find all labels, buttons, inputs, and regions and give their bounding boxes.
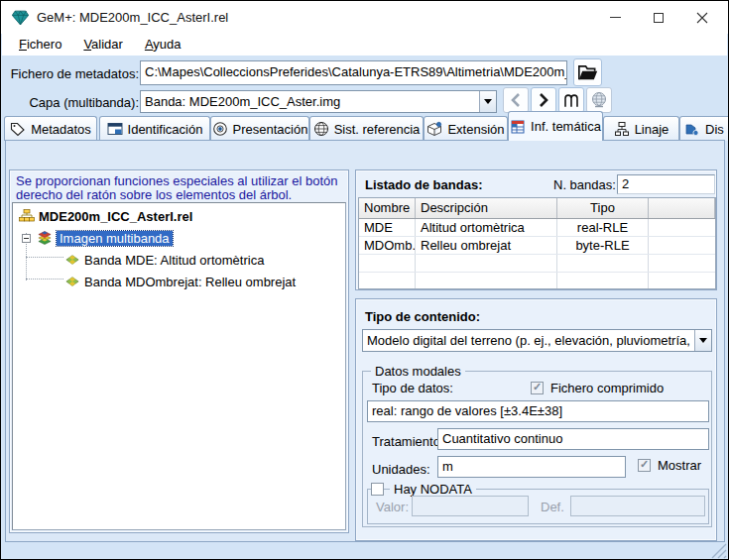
show-units-label: Mostrar [658,458,701,473]
close-button[interactable] [680,1,724,34]
modal-data-group-label: Datos modales [371,364,465,379]
maximize-button[interactable] [637,1,680,34]
nodata-value-field[interactable] [412,496,529,516]
content-type-title: Tipo de contenido: [365,309,480,324]
bands-table: Nombre Descripción Tipo MDE Altitud orto… [358,197,716,289]
gem-plus-window: GeM+: MDE200m_ICC_AsterI.rel Fichero Val… [0,0,729,560]
content-type-combobox-arrow[interactable] [694,330,711,351]
nodata-group-label: Hay NODATA [390,482,476,497]
maximize-icon [654,13,664,23]
compressed-label: Fichero comprimido [550,381,664,395]
minimize-button[interactable] [593,1,637,34]
tree-node-band-mde-label: Banda MDE: Altitud ortomètrica [84,253,264,268]
metadata-tree: MDE200m_ICC_AsterI.rel Imagen multibanda [12,202,346,530]
menu-bar: Fichero Validar Ayuda [2,34,727,56]
treatment-field[interactable]: Cuantitativo continuo [437,428,709,450]
tab-extension[interactable]: Extensión [424,116,508,141]
multiband-layers-icon [37,231,53,245]
previous-layer-button[interactable] [503,87,529,113]
tree-node-band-ombrejat[interactable]: Banda MDOmbrejat: Relleu ombrejat [64,273,296,290]
tree-root-row[interactable]: MDE200m_ICC_AsterI.rel [19,207,192,225]
tree-node-band-ombrejat-label: Banda MDOmbrejat: Relleu ombrejat [84,275,296,289]
units-label: Unidades: [372,462,430,477]
nodata-def-label: Def. [541,500,564,514]
treatment-label: Tratamiento [372,434,440,449]
table-icon [510,119,526,135]
hierarchy-icon [614,121,630,137]
window-title: GeM+: MDE200m_ICC_AsterI.rel [37,10,228,25]
layer-label: Capa (multibanda): [9,95,139,110]
band-row-mde[interactable]: MDE Altitud ortomètrica real-RLE [359,219,715,237]
minimize-icon [610,17,621,18]
tab-sist-referencia[interactable]: Sist. referencia [309,116,424,141]
band-row-empty [359,255,715,273]
column-header-nombre: Nombre [359,198,416,218]
chevron-right-icon [538,93,549,107]
show-units-checkbox[interactable] [638,459,651,472]
menu-fichero[interactable]: Fichero [11,35,69,55]
tree-collapse-toggle[interactable] [22,234,31,243]
tab-content-frame: Se proporcionan funciones especiales al … [5,140,725,542]
band-layer-icon [64,253,80,267]
band-row-empty [359,273,715,289]
tag-icon [10,121,26,137]
nodata-group: Hay NODATA Valor: Def. [367,489,709,524]
globe-icon [590,91,608,109]
bands-table-header: Nombre Descripción Tipo [359,198,715,219]
layer-combobox-value: Banda: MDE200m_ICC_Aster.img [145,91,478,112]
band-row-ombrejat[interactable]: MDOmb... Relleu ombrejat byte-RLE [359,237,715,255]
bands-panel: Listado de bandas: N. bandas: 2 Nombre D… [355,169,717,290]
data-type-label: Tipo de datos: [372,381,453,395]
metadata-file-path-field[interactable]: C:\Mapes\ColleccionsPreferides\Catalunya… [140,60,567,85]
tab-distribucion[interactable]: Dis [679,116,729,141]
tab-identificacion[interactable]: Identificación [99,116,210,141]
open-folder-icon [578,64,598,81]
tree-node-multiband-label: Imagen multibanda [57,231,173,246]
column-header-empty [649,198,715,218]
column-header-descripcion: Descripción [416,198,557,218]
eye-icon [212,121,228,137]
data-range-field: real: rango de valores [±3.4E±38] [367,400,709,422]
band-count-label: N. bandas: [553,177,616,192]
tree-panel: Se proporcionan funciones especiales al … [9,169,349,533]
tab-metadatos[interactable]: Metadatos [4,116,97,141]
tab-presentacion[interactable]: Presentación [210,116,309,141]
chevron-down-icon [484,99,492,104]
tab-linaje[interactable]: Linaje [603,116,679,141]
nodata-checkbox[interactable] [371,483,384,496]
tab-inf-tematica[interactable]: Inf. temática [508,111,603,141]
layer-combobox-arrow[interactable] [479,91,496,112]
miramon-button[interactable] [558,87,584,113]
column-header-tipo: Tipo [557,198,649,218]
tree-root-label: MDE200m_ICC_AsterI.rel [39,209,192,224]
nodata-value-label: Valor: [376,500,409,514]
content-type-combobox[interactable]: Modelo digital del terreno (p. ej., elev… [362,329,712,352]
compressed-checkbox[interactable] [531,382,544,394]
band-layer-icon [64,275,80,288]
open-file-button[interactable] [573,58,602,86]
title-bar: GeM+: MDE200m_ICC_AsterI.rel [1,1,728,34]
sitemap-icon [19,209,35,223]
bands-panel-title: Listado de bandas: [365,177,482,192]
band-count-field: 2 [617,174,715,194]
layer-combobox[interactable]: Banda: MDE200m_ICC_Aster.img [140,90,497,113]
next-layer-button[interactable] [531,87,556,113]
miramon-m-icon [562,91,580,109]
tree-node-band-mde[interactable]: Banda MDE: Altitud ortomètrica [64,251,264,269]
close-icon [696,12,708,24]
tree-connector [26,279,63,280]
tree-node-multiband[interactable]: Imagen multibanda [37,229,173,247]
content-type-value: Modelo digital del terreno (p. ej., elev… [367,330,693,351]
chevron-down-icon [699,338,707,343]
tree-hint-text: Se proporcionan funciones especiales al … [16,174,345,202]
metadata-file-label: Fichero de metadatos: [9,66,139,81]
globe-button[interactable] [586,87,612,113]
units-field[interactable]: m [437,456,626,478]
menu-validar[interactable]: Validar [75,35,131,55]
content-type-panel: Tipo de contenido: Modelo digital del te… [355,298,717,541]
form-icon [107,121,123,137]
tree-connector [26,257,63,258]
modal-data-group: Datos modales Tipo de datos: Fichero com… [362,371,712,527]
menu-ayuda[interactable]: Ayuda [137,35,189,55]
nodata-def-field[interactable] [570,496,705,516]
